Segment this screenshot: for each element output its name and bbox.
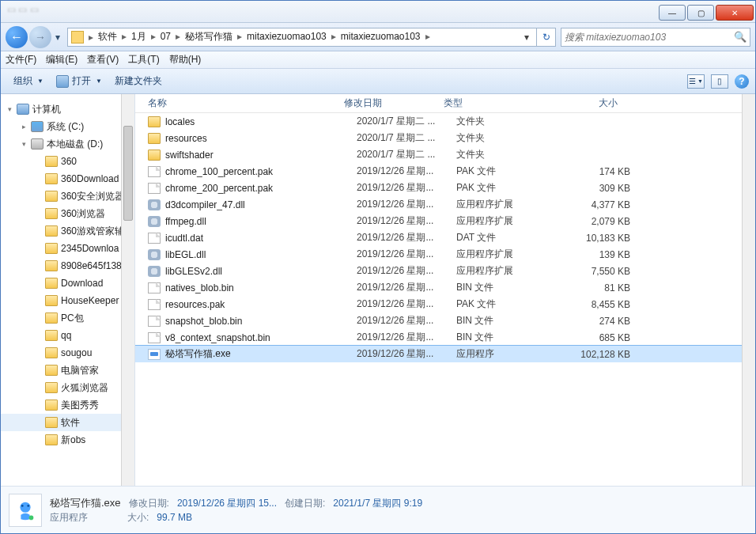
maximize-button[interactable]: ▢ [687,5,714,21]
navigation-tree[interactable]: ▾计算机▸系统 (C:)▾本地磁盘 (D:)360360Download360安… [1,94,135,486]
chevron-icon[interactable]: ▸ [120,31,128,42]
help-button[interactable]: ? [735,74,749,89]
file-row[interactable]: d3dcompiler_47.dll2019/12/26 星期...应用程序扩展… [135,196,755,213]
scrollbar-thumb[interactable] [123,126,133,221]
file-name: chrome_100_percent.pak [165,166,357,177]
file-list: 名称 修改日期 类型 大小 locales2020/1/7 星期二 ...文件夹… [135,94,755,486]
file-row[interactable]: ffmpeg.dll2019/12/26 星期...应用程序扩展2,079 KB [135,213,755,229]
refresh-button[interactable]: ↻ [537,28,556,47]
tree-item-label: 计算机 [32,103,61,116]
column-size[interactable]: 大小 [543,97,630,110]
open-button[interactable]: 打开▼ [50,72,108,91]
file-row[interactable]: locales2020/1/7 星期二 ...文件夹 [135,113,755,130]
file-row[interactable]: chrome_200_percent.pak2019/12/26 星期...PA… [135,180,755,196]
file-row[interactable]: libEGL.dll2019/12/26 星期...应用程序扩展139 KB [135,246,755,263]
list-scrollbar[interactable] [742,94,755,486]
tree-item-label: Download [61,278,103,289]
tree-item[interactable]: 美图秀秀 [1,396,134,414]
tree-scrollbar[interactable] [121,94,134,486]
chevron-icon[interactable]: ▸ [236,31,244,42]
tree-item[interactable]: 2345Downloa [1,240,134,257]
view-mode-button[interactable]: ☰ ▼ [687,74,705,89]
file-row[interactable]: natives_blob.bin2019/12/26 星期...BIN 文件81… [135,279,755,296]
tree-item[interactable]: qq [1,327,134,344]
chevron-icon[interactable]: ▸ [174,31,182,42]
tree-item-label: 美图秀秀 [61,399,99,412]
file-name: chrome_200_percent.pak [165,183,357,194]
folder-icon [45,295,58,306]
file-name: swiftshader [165,150,357,161]
chevron-icon[interactable]: ▸ [424,31,432,42]
tree-item[interactable]: PC包 [1,309,134,327]
tree-item[interactable]: ▸系统 (C:) [1,118,134,135]
tree-item[interactable]: 360浏览器 [1,205,134,222]
file-row[interactable]: icudtl.dat2019/12/26 星期...DAT 文件10,183 K… [135,229,755,246]
column-name[interactable]: 名称 [148,97,344,110]
address-dropdown[interactable]: ▾ [520,32,533,43]
expand-icon[interactable]: ▸ [20,123,28,131]
file-row[interactable]: v8_context_snapshot.bin2019/12/26 星期...B… [135,329,755,346]
chevron-icon[interactable]: ▸ [149,31,157,42]
tree-item[interactable]: 360游戏管家辅 [1,222,134,240]
folder-icon [45,365,58,376]
breadcrumb-item[interactable]: mitaxiezuomao103 [338,31,424,42]
breadcrumb-item[interactable]: 1月 [128,31,149,42]
file-row[interactable]: swiftshader2020/1/7 星期二 ...文件夹 [135,146,755,163]
file-row[interactable]: 秘塔写作猫.exe2019/12/26 星期...应用程序102,128 KB [135,346,755,362]
tree-item[interactable]: 电脑管家 [1,362,134,379]
menu-tools[interactable]: 工具(T) [128,53,159,66]
organize-button[interactable]: 组织▼ [7,72,50,91]
tree-item[interactable]: sougou [1,344,134,362]
tree-item-label: HouseKeeper [61,295,119,306]
tree-item[interactable]: 360 [1,153,134,170]
tree-item-label: 8908e645f138 [61,260,122,271]
tree-item[interactable]: Download [1,275,134,292]
breadcrumb-item[interactable]: 07 [157,31,174,42]
menu-view[interactable]: 查看(V) [87,53,119,66]
tree-item[interactable]: HouseKeeper [1,292,134,309]
drive-icon [31,121,43,132]
file-row[interactable]: resources2020/1/7 星期二 ...文件夹 [135,130,755,146]
tree-item-label: 新obs [61,434,85,447]
back-button[interactable]: ← [6,26,28,48]
menu-help[interactable]: 帮助(H) [169,53,202,66]
tree-item[interactable]: ▾本地磁盘 (D:) [1,135,134,153]
preview-pane-button[interactable]: ▯ [711,74,728,89]
file-name: natives_blob.bin [165,282,357,294]
tree-item-label: 360游戏管家辅 [61,225,124,238]
file-date: 2020/1/7 星期二 ... [357,148,456,161]
file-row[interactable]: resources.pak2019/12/26 星期...PAK 文件8,455… [135,296,755,312]
forward-button[interactable]: → [29,26,51,48]
folder-icon [148,150,161,161]
tree-item[interactable]: 火狐浏览器 [1,379,134,396]
minimize-button[interactable]: — [659,5,686,21]
tree-item[interactable]: ▾计算机 [1,100,134,118]
tree-item[interactable]: 360Download [1,170,134,187]
new-folder-button[interactable]: 新建文件夹 [108,72,168,91]
close-button[interactable]: ✕ [716,5,754,21]
chevron-icon[interactable]: ▸ [330,31,338,42]
breadcrumb-item[interactable]: mitaxiezuomao103 [244,31,330,42]
column-date[interactable]: 修改日期 [344,97,444,110]
tree-item[interactable]: 新obs [1,431,134,449]
file-row[interactable]: snapshot_blob.bin2019/12/26 星期...BIN 文件2… [135,312,755,329]
menu-edit[interactable]: 编辑(E) [46,53,77,66]
breadcrumb-item[interactable]: 软件 [95,31,120,42]
expand-icon[interactable]: ▾ [6,105,13,113]
search-input[interactable] [565,32,734,43]
drive-icon [31,138,43,150]
tree-item[interactable]: 360安全浏览器 [1,187,134,205]
address-bar[interactable]: ▸ 软件▸1月▸07▸秘塔写作猫▸mitaxiezuomao103▸mitaxi… [67,28,537,47]
column-type[interactable]: 类型 [444,97,543,110]
history-dropdown[interactable]: ▾ [53,32,62,43]
tree-item[interactable]: 软件 [1,414,134,431]
breadcrumb-item[interactable]: 秘塔写作猫 [182,31,236,42]
chevron-icon[interactable]: ▸ [87,32,95,43]
menu-file[interactable]: 文件(F) [6,53,36,66]
expand-icon[interactable]: ▾ [20,140,28,148]
file-row[interactable]: libGLESv2.dll2019/12/26 星期...应用程序扩展7,550… [135,263,755,279]
tree-item[interactable]: 8908e645f138 [1,257,134,275]
file-row[interactable]: chrome_100_percent.pak2019/12/26 星期...PA… [135,163,755,180]
search-icon[interactable]: 🔍 [734,31,747,43]
search-box[interactable]: 🔍 [561,28,750,47]
